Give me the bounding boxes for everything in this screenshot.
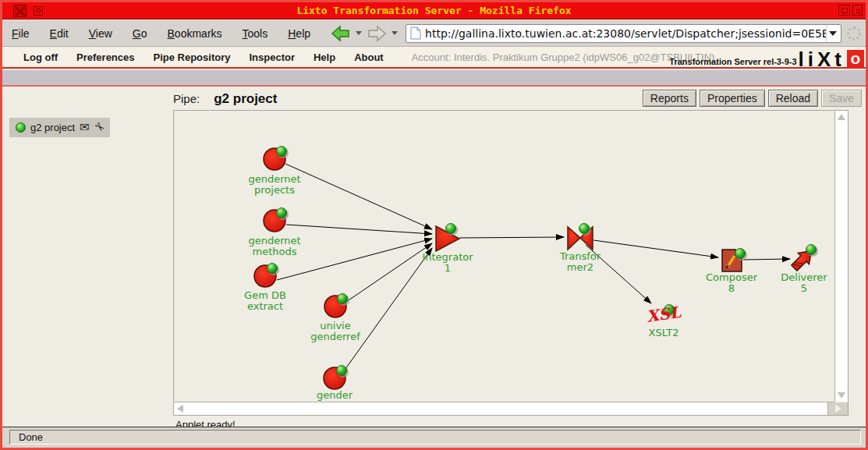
window-title: Lixto Transformation Server - Mozilla Fi… bbox=[2, 5, 866, 16]
titlebar: Lixto Transformation Server - Mozilla Fi… bbox=[2, 2, 866, 19]
chevron-down-icon bbox=[829, 31, 837, 36]
window-small-button[interactable] bbox=[34, 6, 43, 16]
menu-edit[interactable]: Edit bbox=[50, 27, 69, 40]
canvas-vertical-scrollbar[interactable] bbox=[834, 111, 848, 402]
window-menu-button[interactable] bbox=[13, 5, 27, 17]
pipe-name: g2 project bbox=[214, 91, 277, 107]
triangle-up-icon bbox=[838, 114, 845, 120]
urlbar[interactable] bbox=[406, 24, 841, 43]
url-input[interactable] bbox=[425, 26, 826, 41]
pipe-canvas[interactable]: gendernetprojects gendernetmethods Gem D… bbox=[173, 110, 849, 416]
pipe-label: Pipe: bbox=[173, 92, 200, 105]
scissors-icon[interactable]: ✂ bbox=[91, 120, 107, 136]
scroll-left-button[interactable] bbox=[174, 402, 186, 415]
scroll-right-button[interactable] bbox=[827, 402, 848, 415]
status-text: Done bbox=[9, 430, 861, 445]
reload-button[interactable]: Reload bbox=[768, 90, 818, 107]
toolbar-divider-band bbox=[2, 70, 866, 87]
maximize-icon bbox=[841, 8, 848, 13]
envelope-icon[interactable]: ✉ bbox=[80, 122, 90, 133]
node-composer-8[interactable] bbox=[722, 249, 747, 272]
square-icon bbox=[37, 9, 41, 12]
browser-window: Lixto Transformation Server - Mozilla Fi… bbox=[0, 0, 868, 450]
help-link[interactable]: Help bbox=[314, 51, 335, 63]
edges bbox=[277, 164, 790, 372]
reports-button[interactable]: Reports bbox=[643, 90, 696, 107]
save-button[interactable]: Save bbox=[821, 90, 862, 107]
triangle-right-icon bbox=[835, 405, 841, 413]
preferences-link[interactable]: Preferences bbox=[76, 51, 134, 63]
scroll-down-button[interactable] bbox=[835, 389, 848, 402]
app-toolbar: Log off Preferences Pipe Repository Insp… bbox=[2, 47, 866, 69]
project-status-icon bbox=[16, 122, 26, 133]
url-history-dropdown[interactable] bbox=[826, 26, 839, 41]
iconify-icon bbox=[856, 9, 860, 13]
node-integrator-1[interactable] bbox=[436, 224, 459, 252]
lixto-logo-text: liXt bbox=[799, 50, 845, 69]
forward-arrow-icon bbox=[367, 25, 387, 42]
pipe-header: Pipe: g2 project bbox=[173, 91, 277, 107]
node-gendernet-projects[interactable] bbox=[264, 147, 289, 171]
iconify-button[interactable] bbox=[852, 5, 863, 16]
forward-dropdown-caret[interactable] bbox=[391, 31, 398, 35]
sidebar-item-g2-project[interactable]: g2 project ✉ ✂ bbox=[9, 118, 110, 137]
menu-help[interactable]: Help bbox=[288, 27, 310, 40]
throbber-icon bbox=[847, 27, 861, 41]
menu-bookmarks[interactable]: Bookmarks bbox=[168, 27, 222, 40]
node-gender[interactable] bbox=[324, 366, 349, 390]
back-arrow-icon bbox=[331, 25, 351, 42]
properties-button[interactable]: Properties bbox=[700, 90, 765, 107]
triangle-left-icon bbox=[177, 405, 183, 413]
forward-button[interactable] bbox=[367, 25, 387, 42]
logoff-link[interactable]: Log off bbox=[23, 51, 58, 63]
node-gem-db-extract[interactable] bbox=[254, 264, 279, 288]
menu-go[interactable]: Go bbox=[133, 27, 147, 40]
content-area: g2 project ✉ ✂ Pipe: g2 project Reports … bbox=[2, 88, 866, 427]
about-link[interactable]: About bbox=[354, 51, 384, 63]
lixto-logo: liXt o bbox=[799, 50, 864, 69]
window-x-icon bbox=[15, 6, 26, 16]
page-icon bbox=[410, 27, 421, 40]
back-dropdown-caret[interactable] bbox=[356, 31, 362, 35]
maximize-button[interactable] bbox=[838, 5, 850, 16]
node-deliverer-5[interactable] bbox=[788, 245, 818, 274]
node-univie-genderref[interactable] bbox=[324, 294, 349, 318]
menu-tools[interactable]: Tools bbox=[243, 27, 268, 40]
canvas-horizontal-scrollbar[interactable] bbox=[174, 402, 834, 415]
menu-file[interactable]: File bbox=[12, 27, 30, 40]
triangle-down-icon bbox=[838, 392, 845, 399]
menu-view[interactable]: View bbox=[89, 27, 112, 40]
project-label: g2 project bbox=[30, 122, 75, 133]
pipe-repository-link[interactable]: Pipe Repository bbox=[154, 51, 231, 63]
browser-menubar: File Edit View Go Bookmarks Tools Help bbox=[2, 20, 866, 47]
scroll-up-button[interactable] bbox=[835, 111, 848, 123]
node-gendernet-methods[interactable] bbox=[264, 208, 289, 232]
inspector-link[interactable]: Inspector bbox=[249, 51, 295, 63]
node-transformer2[interactable] bbox=[568, 224, 593, 250]
back-button[interactable] bbox=[331, 25, 351, 42]
server-release-label: Transformation Server rel-3-9-3 bbox=[669, 57, 796, 66]
lixto-logo-o: o bbox=[847, 50, 864, 69]
pipe-diagram bbox=[174, 111, 834, 402]
statusbar: Done bbox=[2, 427, 866, 448]
